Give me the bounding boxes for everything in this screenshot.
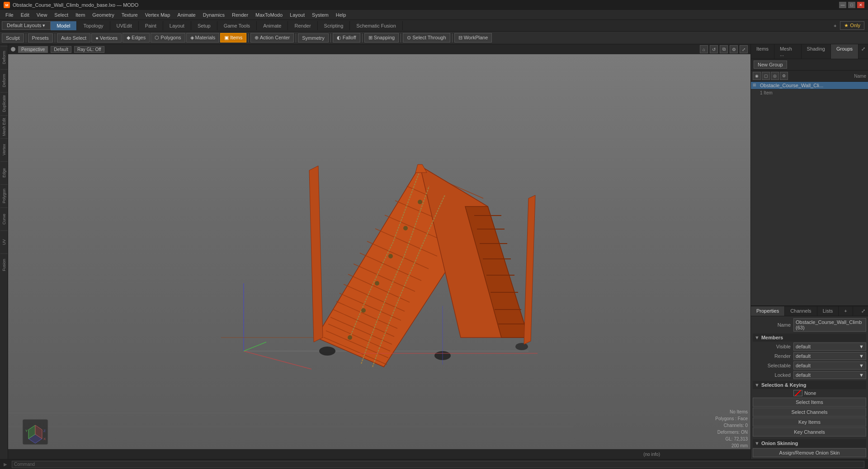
key-channels-button[interactable]: Key Channels [753, 427, 866, 436]
toolbar-falloff[interactable]: ◐ Falloff [333, 33, 360, 42]
toolbar-workPlane[interactable]: ⊟ WorkPlane [454, 33, 492, 42]
layout-dropdown[interactable]: Default Layouts ▾ [2, 21, 51, 30]
menu-item-maxtomodo[interactable]: MaxToModo [252, 11, 286, 19]
visible-dropdown[interactable]: default ▼ [793, 342, 866, 351]
only-button[interactable]: ★ Only [840, 21, 864, 30]
layout-tab-animate[interactable]: Animate [257, 21, 288, 30]
items-tool-key[interactable]: ⚙ [780, 72, 788, 80]
menu-item-texture[interactable]: Texture [118, 11, 142, 19]
toolbar-selectThrough[interactable]: ⊙ Select Through [403, 33, 450, 42]
viewport-default-btn[interactable]: Default [51, 46, 71, 53]
layout-tab-setup[interactable]: Setup [191, 21, 217, 30]
members-section-header[interactable]: ▼ Members [753, 333, 866, 342]
new-group-button[interactable]: New Group [754, 61, 787, 69]
items-tool-eye[interactable]: ◉ [753, 72, 761, 80]
menu-item-animate[interactable]: Animate [174, 11, 199, 19]
layout-tab-render[interactable]: Render [288, 21, 317, 30]
maximize-button[interactable]: □ [848, 2, 855, 8]
item-row[interactable]: ⊞ Obstacle_Course_Wall_Cli... [751, 82, 868, 89]
layout-tab-layout[interactable]: Layout [163, 21, 191, 30]
tab-channels[interactable]: Channels [785, 306, 817, 316]
menu-item-file[interactable]: File [2, 11, 17, 19]
toolbar-sculpt[interactable]: Sculpt [2, 33, 24, 42]
items-tool-lock[interactable]: ▢ [762, 72, 770, 80]
select-items-button[interactable]: Select Items [753, 398, 866, 407]
menu-item-help[interactable]: Help [332, 11, 350, 19]
vp-icon-camera[interactable]: ⧉ [720, 45, 728, 53]
add-tab-button[interactable]: + [830, 22, 840, 29]
tab-properties[interactable]: Properties [751, 306, 785, 316]
toolbar-polygons[interactable]: ⬡ Polygons [151, 33, 185, 42]
toolbar-presets[interactable]: Presets [28, 33, 53, 42]
toolbar-materials[interactable]: ◈ Materials [186, 33, 220, 42]
toolbar-items[interactable]: ▣ Items [220, 33, 246, 42]
command-input[interactable]: Command [12, 461, 864, 468]
select-channels-button[interactable]: Select Channels [753, 408, 866, 417]
left-tool-curve-7[interactable]: Curve [0, 207, 8, 230]
left-tool-duplicate-2[interactable]: Duplicate [0, 92, 8, 115]
left-tool-uv-8[interactable]: UV [0, 230, 8, 253]
menu-item-system[interactable]: System [308, 11, 332, 19]
menu-item-geometry[interactable]: Geometry [89, 11, 118, 19]
key-items-button[interactable]: Key Items [753, 417, 866, 427]
layout-tab-model[interactable]: Model [51, 21, 77, 30]
layout-tab-uvedit[interactable]: UVEdit [110, 21, 139, 30]
name-value-field[interactable]: Obstacle_Course_Wall_Climb (63) [793, 318, 866, 332]
menu-item-vertex map[interactable]: Vertex Map [142, 11, 174, 19]
viewport-raygl-btn[interactable]: Ray GL: Off [74, 46, 104, 53]
selectable-dropdown[interactable]: default ▼ [793, 361, 866, 370]
items-tool-render[interactable]: ◎ [771, 72, 779, 80]
color-selector[interactable]: None [793, 390, 866, 396]
tab-items[interactable]: Items [751, 44, 774, 59]
layout-tab-paint[interactable]: Paint [139, 21, 163, 30]
minimize-button[interactable]: — [839, 2, 846, 8]
menu-item-select[interactable]: Select [51, 11, 72, 19]
viewport-dot[interactable] [11, 47, 15, 52]
left-tool-deform-0[interactable]: Deform [0, 46, 8, 69]
tab-plus[interactable]: + [839, 306, 853, 316]
locked-dropdown[interactable]: default ▼ [793, 371, 866, 379]
tab-shading[interactable]: Shading [802, 44, 831, 59]
expand-right-panel-btn[interactable]: ⤢ [859, 44, 868, 59]
menu-item-view[interactable]: View [33, 11, 51, 19]
toolbar-actionCenter[interactable]: ⊕ Action Center [250, 33, 294, 42]
layout-tab-topology[interactable]: Topology [77, 21, 110, 30]
left-tool-polygon-6[interactable]: Polygon [0, 184, 8, 207]
menu-item-dynamics[interactable]: Dynamics [199, 11, 228, 19]
tab-mesh[interactable]: Mesh ... [774, 44, 802, 59]
layout-tab-game-tools[interactable]: Game Tools [217, 21, 257, 30]
vp-icon-expand[interactable]: ⤢ [740, 45, 748, 53]
assign-onion-skin-button[interactable]: Assign/Remove Onion Skin [753, 448, 866, 457]
close-button[interactable]: ✕ [857, 2, 864, 8]
left-tool-fusion-9[interactable]: Fusion [0, 253, 8, 276]
item-icon: ⊞ [753, 83, 758, 88]
items-panel: New Group ◉ ▢ ◎ ⚙ Name ⊞ Obstacle_Course… [751, 59, 868, 305]
vp-icon-home[interactable]: ⌂ [700, 45, 708, 53]
expand-props-btn[interactable]: ⤢ [859, 306, 868, 316]
toolbar-vertices[interactable]: ● Vertices [91, 33, 122, 42]
left-tool-vertex-4[interactable]: Vertex [0, 138, 8, 161]
left-tool-edge-5[interactable]: Edge [0, 161, 8, 184]
layout-tab-schematic-fusion[interactable]: Schematic Fusion [350, 21, 402, 30]
render-dropdown[interactable]: default ▼ [793, 352, 866, 360]
viewport-perspective-btn[interactable]: Perspective [18, 46, 48, 53]
vp-icon-refresh[interactable]: ↺ [710, 45, 718, 53]
menu-item-edit[interactable]: Edit [17, 11, 33, 19]
toolbar-edges[interactable]: ◆ Edges [123, 33, 150, 42]
toolbar-symmetry[interactable]: Symmetry [298, 33, 329, 42]
selection-keying-header[interactable]: ▼ Selection & Keying [753, 381, 866, 389]
layout-tabs: Default Layouts ▾ ModelTopologyUVEditPai… [0, 20, 868, 32]
menu-item-item[interactable]: Item [72, 11, 89, 19]
left-tool-mesh-edit-3[interactable]: Mesh Edit [0, 115, 8, 138]
left-tool-deform-1[interactable]: Deform [0, 69, 8, 92]
menu-item-layout[interactable]: Layout [286, 11, 308, 19]
onion-skinning-header[interactable]: ▼ Onion Skinning [753, 439, 866, 447]
tab-groups[interactable]: Groups [831, 44, 859, 59]
menu-item-render[interactable]: Render [228, 11, 252, 19]
layout-tab-scripting[interactable]: Scripting [318, 21, 350, 30]
toolbar-autoSelect[interactable]: Auto Select [57, 33, 90, 42]
viewport[interactable]: Perspective Default Ray GL: Off ⌂ ↺ ⧉ ⚙ … [8, 44, 750, 459]
toolbar-snapping[interactable]: ⊞ Snapping [364, 33, 399, 42]
tab-lists[interactable]: Lists [817, 306, 839, 316]
vp-icon-settings[interactable]: ⚙ [730, 45, 738, 53]
